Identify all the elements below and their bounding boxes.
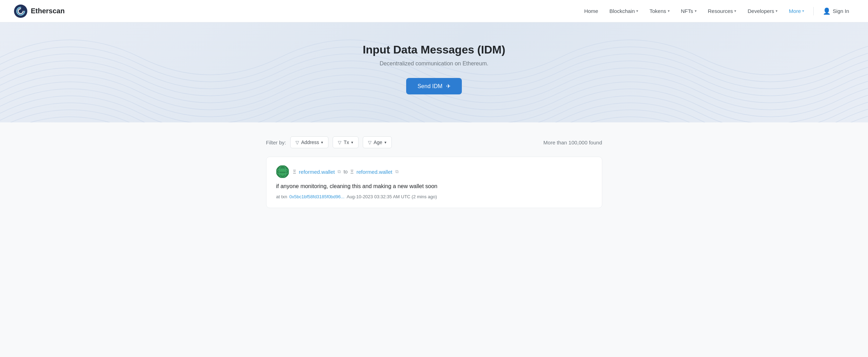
- sign-in-button[interactable]: 👤 Sign In: [818, 5, 854, 18]
- svg-point-0: [14, 5, 27, 18]
- nav-blockchain[interactable]: Blockchain ▾: [604, 5, 643, 17]
- ens-from-icon: Ξ: [293, 169, 296, 174]
- from-address-link[interactable]: reformed.wallet: [299, 169, 335, 175]
- filter-label: Filter by:: [266, 140, 286, 145]
- address-chevron: ▾: [321, 140, 323, 145]
- developers-chevron: ▾: [776, 9, 778, 13]
- to-address-link[interactable]: reformed.wallet: [356, 169, 393, 175]
- hero-title: Input Data Messages (IDM): [14, 43, 854, 56]
- filter-age-icon: ▽: [368, 140, 371, 145]
- timestamp: Aug-10-2023 03:32:35 AM UTC (2 mins ago): [347, 194, 437, 199]
- filter-bar: Filter by: ▽ Address ▾ ▽ Tx ▾ ▽ Age ▾ Mo…: [266, 136, 602, 148]
- more-chevron: ▾: [802, 9, 804, 13]
- nav-tokens[interactable]: Tokens ▾: [645, 5, 675, 17]
- resources-chevron: ▾: [734, 9, 736, 13]
- tx-chevron: ▾: [351, 140, 353, 145]
- ens-to-icon: Ξ: [350, 169, 354, 174]
- nav-nfts[interactable]: NFTs ▾: [676, 5, 702, 17]
- main-content: Filter by: ▽ Address ▾ ▽ Tx ▾ ▽ Age ▾ Mo…: [259, 122, 609, 228]
- filter-address-button[interactable]: ▽ Address ▾: [290, 136, 328, 148]
- blockchain-chevron: ▾: [636, 9, 638, 13]
- to-label: to: [343, 169, 348, 174]
- filter-left: Filter by: ▽ Address ▾ ▽ Tx ▾ ▽ Age ▾: [266, 136, 392, 148]
- nfts-chevron: ▾: [695, 9, 697, 13]
- age-chevron: ▾: [384, 140, 387, 145]
- copy-from-icon[interactable]: ⧉: [338, 169, 341, 174]
- main-nav: Home Blockchain ▾ Tokens ▾ NFTs ▾ Resour…: [579, 5, 854, 18]
- nav-resources[interactable]: Resources ▾: [703, 5, 742, 17]
- user-icon: 👤: [823, 7, 831, 15]
- header: Etherscan Home Blockchain ▾ Tokens ▾ NFT…: [0, 0, 868, 22]
- send-idm-button[interactable]: Send IDM ✈: [406, 78, 461, 94]
- nav-more[interactable]: More ▾: [784, 5, 809, 17]
- nav-divider: [813, 7, 814, 15]
- send-icon: ✈: [446, 83, 451, 90]
- message-body: if anyone monitoring, cleaning this and …: [276, 182, 592, 191]
- nav-developers[interactable]: Developers ▾: [743, 5, 783, 17]
- avatar-icon: [276, 165, 289, 178]
- at-txn-label: at txn: [276, 194, 287, 199]
- filter-tx-icon: ▽: [338, 140, 341, 145]
- logo-icon: [14, 5, 27, 18]
- filter-tx-button[interactable]: ▽ Tx ▾: [333, 136, 359, 148]
- hero-subtitle: Decentralized communication on Ethereum.: [14, 60, 854, 67]
- copy-to-icon[interactable]: ⧉: [395, 169, 398, 174]
- message-list: Ξ reformed.wallet ⧉ to Ξ reformed.wallet…: [266, 157, 602, 208]
- hero-section: Input Data Messages (IDM) Decentralized …: [0, 22, 868, 122]
- filter-address-icon: ▽: [296, 140, 299, 145]
- table-row: Ξ reformed.wallet ⧉ to Ξ reformed.wallet…: [266, 157, 602, 208]
- tokens-chevron: ▾: [668, 9, 670, 13]
- logo[interactable]: Etherscan: [14, 5, 65, 18]
- avatar: [276, 165, 289, 178]
- message-meta: at txn 0x5bc1bf58fd3185f0bd96... Aug-10-…: [276, 194, 592, 199]
- nav-home[interactable]: Home: [579, 5, 603, 17]
- logo-text: Etherscan: [31, 7, 65, 15]
- message-addresses: Ξ reformed.wallet ⧉ to Ξ reformed.wallet…: [293, 169, 398, 175]
- message-header: Ξ reformed.wallet ⧉ to Ξ reformed.wallet…: [276, 165, 592, 178]
- filter-age-button[interactable]: ▽ Age ▾: [363, 136, 392, 148]
- results-count: More than 100,000 found: [543, 140, 602, 145]
- hero-content: Input Data Messages (IDM) Decentralized …: [14, 43, 854, 94]
- tx-hash-link[interactable]: 0x5bc1bf58fd3185f0bd96...: [289, 194, 345, 199]
